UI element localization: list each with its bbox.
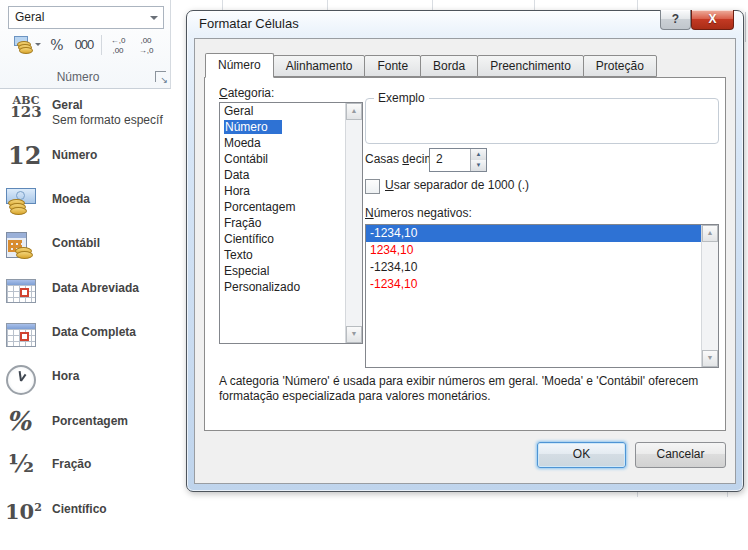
chevron-down-icon[interactable] <box>150 16 158 20</box>
menu-item-moeda[interactable]: Moeda <box>0 192 172 236</box>
negative-numbers-label: Números negativos: <box>365 206 472 220</box>
menu-item-label: Fração <box>52 457 91 471</box>
increase-decimal-button[interactable]: ←,0 ,00 <box>105 33 131 57</box>
category-item-fracao[interactable]: Fração <box>220 215 362 231</box>
category-description: A categoria 'Número' é usada para exibir… <box>219 374 715 404</box>
help-button[interactable]: ? <box>660 10 691 30</box>
ribbon-separator <box>101 35 102 55</box>
number-format-dropdown: ABC 123 Geral Sem formato específ 12 Núm… <box>0 92 172 550</box>
example-groupbox: Exemplo <box>365 98 719 144</box>
menu-item-numero[interactable]: 12 Número <box>0 148 172 192</box>
tab-borda[interactable]: Borda <box>420 55 478 77</box>
menu-item-cientifico[interactable]: 102 Científico <box>0 502 172 546</box>
negative-format-option-selected[interactable]: -1234,10 <box>366 225 718 242</box>
decrease-decimal-button[interactable]: ,00 →,0 <box>133 33 159 57</box>
ribbon-group-label: Número <box>0 70 156 84</box>
tab-protecao[interactable]: Proteção <box>583 55 657 77</box>
negative-format-option[interactable]: -1234,10 <box>366 259 718 276</box>
category-item-cientifico[interactable]: Científico <box>220 231 362 247</box>
format-cells-dialog: Formatar Células ? X Categoria: Geral Nú… <box>186 10 744 492</box>
menu-item-data-abreviada[interactable]: Data Abreviada <box>0 281 172 325</box>
long-date-calendar-icon <box>6 323 36 347</box>
menu-item-label: Data Abreviada <box>52 281 139 295</box>
cancel-button[interactable]: Cancelar <box>635 442 726 468</box>
currency-coins-icon <box>14 36 34 54</box>
menu-item-fracao[interactable]: ½ Fração <box>0 457 172 501</box>
category-listbox[interactable]: Geral Número Moeda Contábil Data Hora Po… <box>219 102 363 344</box>
general-format-icon: ABC 123 <box>6 95 46 119</box>
category-item-data[interactable]: Data <box>220 167 362 183</box>
tab-preenchimento[interactable]: Preenchimento <box>477 55 584 77</box>
menu-item-sublabel: Sem formato específ <box>52 113 163 127</box>
category-item-personalizado[interactable]: Personalizado <box>220 279 362 295</box>
tab-fonte[interactable]: Fonte <box>364 55 421 77</box>
menu-item-label: Geral <box>52 98 83 112</box>
decrease-decimal-icon: ,00 <box>133 36 159 46</box>
menu-item-label: Contábil <box>52 236 100 250</box>
category-item-numero-selected[interactable]: Número <box>220 119 362 135</box>
tab-alinhamento[interactable]: Alinhamento <box>273 55 366 77</box>
comma-style-button[interactable]: 000 <box>70 33 98 57</box>
category-item-contabil[interactable]: Contábil <box>220 151 362 167</box>
accounting-format-icon <box>6 232 40 262</box>
fraction-format-icon: ½ <box>8 451 34 477</box>
spinner-down-icon[interactable]: ▼ <box>471 160 486 171</box>
negative-format-option[interactable]: 1234,10 <box>366 242 718 259</box>
menu-item-label: Número <box>52 148 97 162</box>
percent-style-button[interactable]: % <box>46 33 68 57</box>
menu-item-label: Moeda <box>52 192 90 206</box>
decimal-places-value[interactable]: 2 <box>436 149 443 170</box>
tab-page-numero: Categoria: Geral Número Moeda Contábil D… <box>204 77 726 431</box>
percentage-format-icon: % <box>6 408 31 434</box>
spinner-buttons: ▲ ▼ <box>470 149 486 171</box>
menu-item-label: Científico <box>52 502 107 516</box>
thousands-separator-checkbox[interactable] <box>365 179 380 194</box>
menu-item-data-completa[interactable]: Data Completa <box>0 325 172 369</box>
scroll-up-icon[interactable]: ▲ <box>346 103 362 120</box>
short-date-calendar-icon <box>6 279 36 303</box>
chevron-down-icon[interactable] <box>35 43 41 46</box>
excel-screen: Geral % 000 ←,0 ,00 ,00 →,0 Número ↘ ABC… <box>0 0 748 550</box>
category-item-porcentagem[interactable]: Porcentagem <box>220 199 362 215</box>
time-clock-icon <box>6 365 36 395</box>
worksheet-gridline <box>222 0 223 10</box>
accounting-format-button[interactable] <box>6 33 42 57</box>
worksheet-gridline <box>327 0 328 10</box>
ribbon-number-group: Geral % 000 ←,0 ,00 ,00 →,0 Número ↘ <box>0 0 171 89</box>
tab-numero[interactable]: Número <box>205 53 274 78</box>
number-format-combobox-value: Geral <box>15 10 44 24</box>
category-scrollbar[interactable]: ▲ ▼ <box>345 103 362 343</box>
worksheet-gridline <box>534 0 535 10</box>
close-button[interactable]: X <box>691 10 734 30</box>
scroll-up-icon[interactable]: ▲ <box>702 225 718 242</box>
scroll-down-icon[interactable]: ▼ <box>346 326 362 343</box>
dialog-client-area: Categoria: Geral Número Moeda Contábil D… <box>194 38 736 484</box>
decimal-places-spinner[interactable]: 2 ▲ ▼ <box>429 148 487 172</box>
increase-decimal-icon: ←,0 <box>105 36 131 46</box>
negative-numbers-listbox[interactable]: -1234,10 1234,10 -1234,10 -1234,10 ▲ ▼ <box>365 224 719 368</box>
scroll-down-icon[interactable]: ▼ <box>702 350 718 367</box>
negative-numbers-scrollbar[interactable]: ▲ ▼ <box>701 225 718 367</box>
menu-item-label: Data Completa <box>52 325 136 339</box>
negative-format-option[interactable]: -1234,10 <box>366 276 718 293</box>
thousands-separator-label[interactable]: Usar separador de 1000 (.) <box>385 178 529 192</box>
worksheet-gridline <box>432 0 433 10</box>
categoria-label: Categoria: <box>219 86 274 100</box>
dialog-tabs: Número Alinhamento Fonte Borda Preenchim… <box>205 53 657 77</box>
dialog-launcher-button[interactable]: ↘ <box>155 71 166 82</box>
scientific-format-icon: 102 <box>5 496 42 524</box>
worksheet-gridline <box>745 12 746 42</box>
menu-item-geral[interactable]: ABC 123 Geral Sem formato específ <box>0 98 172 142</box>
category-item-texto[interactable]: Texto <box>220 247 362 263</box>
menu-item-contabil[interactable]: Contábil <box>0 236 172 280</box>
dialog-title[interactable]: Formatar Células <box>199 16 299 31</box>
menu-item-label: Hora <box>52 369 79 383</box>
ok-button[interactable]: OK <box>537 442 626 468</box>
example-group-label: Exemplo <box>374 91 429 105</box>
category-item-hora[interactable]: Hora <box>220 183 362 199</box>
category-item-geral[interactable]: Geral <box>220 103 362 119</box>
category-item-especial[interactable]: Especial <box>220 263 362 279</box>
category-item-moeda[interactable]: Moeda <box>220 135 362 151</box>
number-format-combobox[interactable]: Geral <box>8 6 164 29</box>
worksheet-gridline <box>637 0 638 10</box>
